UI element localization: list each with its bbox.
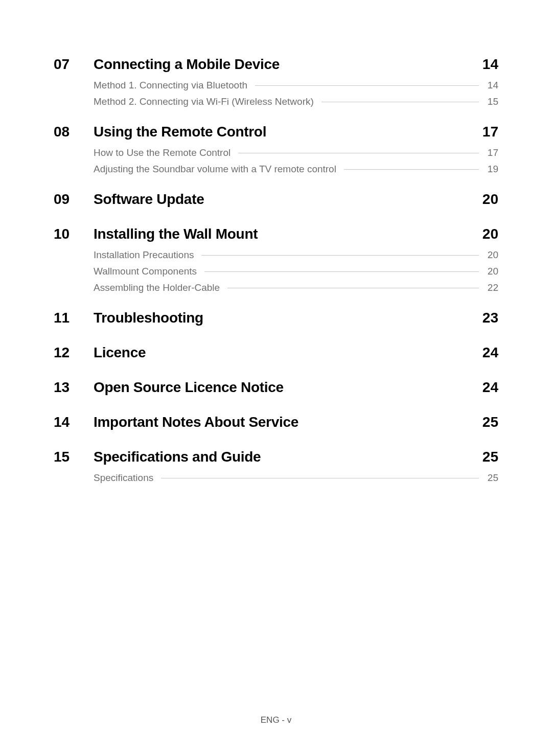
sub-row: Wallmount Components20 [94, 266, 498, 277]
toc-section: 11Troubleshooting23 [54, 310, 498, 333]
section-number: 13 [54, 379, 94, 403]
section-title-row: Troubleshooting23 [94, 310, 498, 326]
toc-section: 12Licence24 [54, 345, 498, 368]
section-title[interactable]: Troubleshooting [94, 310, 203, 326]
section-title[interactable]: Licence [94, 345, 146, 361]
leader-line [321, 102, 479, 102]
section-title-row: Connecting a Mobile Device14 [94, 56, 498, 73]
sub-page[interactable]: 22 [484, 282, 498, 293]
sub-row: Assembling the Holder-Cable22 [94, 282, 498, 293]
section-number: 07 [54, 56, 94, 112]
toc-section: 09Software Update20 [54, 191, 498, 215]
section-gap [54, 335, 498, 345]
sub-title[interactable]: Wallmount Components [94, 266, 202, 277]
section-title[interactable]: Connecting a Mobile Device [94, 56, 280, 73]
sub-row: Adjusting the Soundbar volume with a TV … [94, 164, 498, 175]
section-body: Connecting a Mobile Device14Method 1. Co… [94, 56, 498, 112]
sub-row: Specifications25 [94, 472, 498, 484]
section-page[interactable]: 14 [482, 56, 498, 73]
leader-line [204, 271, 479, 272]
toc-section: 07Connecting a Mobile Device14Method 1. … [54, 56, 498, 112]
table-of-contents: 07Connecting a Mobile Device14Method 1. … [54, 56, 498, 500]
sub-page[interactable]: 15 [484, 96, 498, 107]
toc-section: 15Specifications and Guide25Specificatio… [54, 449, 498, 489]
section-page[interactable]: 24 [482, 379, 498, 396]
section-page[interactable]: 25 [482, 449, 498, 465]
sub-title[interactable]: Method 2. Connecting via Wi-Fi (Wireless… [94, 96, 319, 107]
section-gap [54, 491, 498, 500]
section-title-row: Software Update20 [94, 191, 498, 208]
section-title-row: Specifications and Guide25 [94, 449, 498, 465]
sub-page[interactable]: 20 [484, 249, 498, 261]
sub-title[interactable]: Assembling the Holder-Cable [94, 282, 225, 293]
sub-title[interactable]: Adjusting the Soundbar volume with a TV … [94, 164, 341, 175]
sub-title[interactable]: Installation Precautions [94, 249, 199, 261]
section-title-row: Licence24 [94, 345, 498, 361]
section-body: Licence24 [94, 345, 498, 368]
sub-title[interactable]: How to Use the Remote Control [94, 147, 236, 158]
leader-line [255, 85, 479, 86]
section-page[interactable]: 20 [482, 226, 498, 242]
section-title-row: Installing the Wall Mount20 [94, 226, 498, 242]
section-gap [54, 182, 498, 191]
section-number: 11 [54, 310, 94, 333]
sub-row: How to Use the Remote Control17 [94, 147, 498, 158]
sub-row: Method 1. Connecting via Bluetooth14 [94, 80, 498, 91]
sub-row: Installation Precautions20 [94, 249, 498, 261]
section-body: Installing the Wall Mount20Installation … [94, 226, 498, 299]
section-number: 15 [54, 449, 94, 489]
section-number: 14 [54, 414, 94, 438]
section-title[interactable]: Software Update [94, 191, 204, 208]
section-gap [54, 217, 498, 226]
toc-section: 14Important Notes About Service25 [54, 414, 498, 438]
section-body: Troubleshooting23 [94, 310, 498, 333]
section-title-row: Using the Remote Control17 [94, 124, 498, 140]
section-title[interactable]: Open Source Licence Notice [94, 379, 284, 396]
sub-page[interactable]: 17 [484, 147, 498, 158]
sub-title[interactable]: Method 1. Connecting via Bluetooth [94, 80, 252, 91]
section-gap [54, 301, 498, 310]
sub-page[interactable]: 14 [484, 80, 498, 91]
leader-line [161, 478, 479, 478]
toc-section: 13Open Source Licence Notice24 [54, 379, 498, 403]
leader-line [238, 153, 479, 153]
sub-row: Method 2. Connecting via Wi-Fi (Wireless… [94, 96, 498, 107]
section-number: 09 [54, 191, 94, 215]
section-number: 12 [54, 345, 94, 368]
section-title[interactable]: Important Notes About Service [94, 414, 298, 430]
section-number: 10 [54, 226, 94, 299]
section-page[interactable]: 24 [482, 345, 498, 361]
sub-title[interactable]: Specifications [94, 472, 158, 484]
section-body: Software Update20 [94, 191, 498, 215]
leader-line [344, 169, 479, 170]
section-number: 08 [54, 124, 94, 180]
section-gap [54, 370, 498, 379]
section-title[interactable]: Using the Remote Control [94, 124, 266, 140]
sub-page[interactable]: 20 [484, 266, 498, 277]
sub-page[interactable]: 25 [484, 472, 498, 484]
section-gap [54, 114, 498, 124]
leader-line [201, 255, 479, 256]
section-page[interactable]: 17 [482, 124, 498, 140]
section-title[interactable]: Installing the Wall Mount [94, 226, 258, 242]
section-page[interactable]: 23 [482, 310, 498, 326]
page-footer: ENG - v [0, 715, 552, 725]
section-body: Open Source Licence Notice24 [94, 379, 498, 403]
section-title[interactable]: Specifications and Guide [94, 449, 261, 465]
section-title-row: Open Source Licence Notice24 [94, 379, 498, 396]
section-title-row: Important Notes About Service25 [94, 414, 498, 430]
sub-page[interactable]: 19 [484, 164, 498, 175]
leader-line [227, 288, 479, 288]
toc-section: 10Installing the Wall Mount20Installatio… [54, 226, 498, 299]
section-body: Using the Remote Control17How to Use the… [94, 124, 498, 180]
section-body: Specifications and Guide25Specifications… [94, 449, 498, 489]
section-body: Important Notes About Service25 [94, 414, 498, 438]
section-page[interactable]: 20 [482, 191, 498, 208]
toc-section: 08Using the Remote Control17How to Use t… [54, 124, 498, 180]
section-page[interactable]: 25 [482, 414, 498, 430]
section-gap [54, 440, 498, 449]
section-gap [54, 405, 498, 414]
